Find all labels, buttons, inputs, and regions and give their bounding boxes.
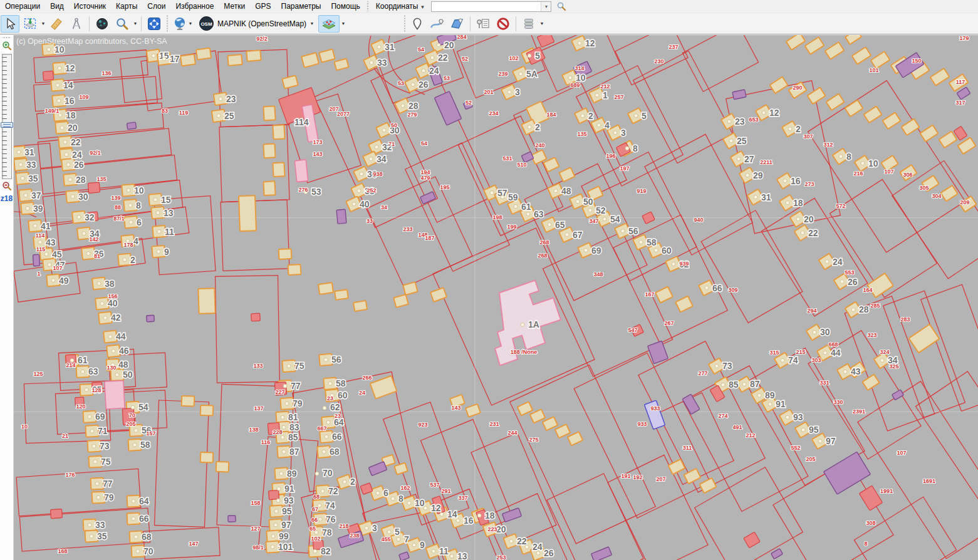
svg-text:510: 510 [517, 162, 526, 168]
svg-text:53: 53 [398, 80, 404, 86]
toolbar-grip[interactable] [367, 1, 370, 11]
menu-operations[interactable]: Операции [0, 1, 45, 12]
svg-text:1A: 1A [528, 319, 539, 329]
svg-text:44: 44 [116, 331, 126, 341]
search-go-button[interactable] [555, 1, 568, 12]
add-path-button[interactable] [428, 15, 447, 33]
map-canvas[interactable]: 1012141618202224262830323436384042444631… [14, 35, 978, 560]
globe-view-button[interactable] [93, 15, 112, 33]
cache-database-button[interactable] [519, 15, 538, 33]
svg-text:309: 309 [728, 287, 737, 293]
svg-text:142: 142 [89, 236, 98, 242]
svg-text:305: 305 [919, 185, 929, 191]
selection-dropdown-caret[interactable]: ▼ [40, 15, 46, 33]
zoom-slider-handle[interactable] [1, 122, 13, 128]
zoom-slider[interactable] [2, 54, 12, 179]
svg-text:101: 101 [869, 67, 878, 73]
menu-source[interactable]: Источник [69, 1, 111, 12]
svg-text:28: 28 [859, 304, 869, 314]
toolbar-grip[interactable] [165, 14, 169, 33]
svg-text:61: 61 [78, 355, 88, 365]
svg-text:294: 294 [807, 308, 816, 314]
svg-text:9: 9 [420, 540, 425, 550]
menu-parameters[interactable]: Параметры [276, 1, 326, 12]
add-placemark-button[interactable] [408, 15, 427, 33]
svg-text:16: 16 [464, 516, 474, 526]
svg-text:24: 24 [533, 542, 543, 552]
svg-text:10: 10 [868, 158, 878, 169]
menu-layers[interactable]: Слои [142, 1, 170, 12]
hide-placemarks-button[interactable] [494, 15, 512, 33]
sidebar-grip[interactable] [2, 36, 11, 39]
map-source-globe-button[interactable]: ▼ [170, 15, 196, 33]
svg-text:127: 127 [251, 526, 260, 532]
svg-text:10: 10 [21, 423, 28, 430]
menu-maps[interactable]: Карты [111, 1, 142, 12]
svg-text:149/1: 149/1 [45, 108, 59, 114]
svg-text:187: 187 [425, 235, 434, 241]
selection-manager-button[interactable] [21, 15, 39, 33]
layers-button[interactable] [318, 15, 340, 33]
zoom-out-button[interactable] [1, 180, 13, 192]
osm-logo-icon: OSM [199, 16, 214, 31]
svg-text:205: 205 [126, 421, 135, 427]
menu-view[interactable]: Вид [45, 1, 69, 12]
zoom-in-button[interactable] [1, 40, 13, 51]
svg-text:209: 209 [960, 199, 969, 205]
svg-text:48: 48 [561, 186, 571, 196]
svg-text:93: 93 [793, 412, 803, 422]
svg-text:552: 552 [791, 445, 800, 451]
svg-text:138: 138 [249, 427, 258, 433]
cache-dropdown-caret[interactable]: ▼ [539, 15, 545, 33]
svg-text:940: 940 [694, 217, 703, 223]
svg-text:32: 32 [85, 212, 95, 222]
menu-favorites[interactable]: Избранное [170, 1, 219, 12]
svg-text:58: 58 [140, 440, 150, 450]
menu-gps[interactable]: GPS [250, 1, 276, 12]
svg-text:63: 63 [534, 209, 544, 219]
cursor-arrow-icon [3, 17, 17, 31]
database-icon [522, 17, 536, 31]
svg-text:135: 135 [96, 176, 106, 182]
svg-text:308: 308 [866, 520, 875, 526]
active-map-caret[interactable]: ▼ [309, 15, 315, 33]
svg-text:22: 22 [808, 228, 818, 238]
distance-calc-button[interactable] [67, 15, 86, 33]
svg-text:3: 3 [372, 523, 377, 533]
svg-text:70: 70 [323, 468, 333, 478]
svg-text:48: 48 [118, 360, 128, 370]
menu-placemarks[interactable]: Метки [219, 1, 250, 12]
menu-help[interactable]: Помощь [326, 1, 365, 12]
coordinates-input[interactable] [432, 3, 541, 11]
active-map-selector[interactable]: OSM MAPNIK (OpenStreetMap) ▼ [196, 15, 318, 33]
svg-text:455: 455 [381, 536, 390, 542]
toolbar-grip[interactable] [403, 14, 406, 33]
svg-text:233: 233 [403, 226, 412, 232]
combobox-dropdown-button[interactable]: ▼ [541, 2, 551, 11]
svg-text:2: 2 [130, 255, 135, 265]
fullscreen-button[interactable] [145, 15, 164, 33]
zoom-dropdown-caret[interactable]: ▼ [132, 15, 138, 33]
block-icon [496, 17, 510, 31]
svg-text:70: 70 [143, 546, 153, 556]
add-polygon-button[interactable] [448, 15, 467, 33]
ruler-icon [49, 17, 63, 31]
svg-text:24: 24 [359, 390, 365, 396]
svg-text:303: 303 [811, 357, 821, 363]
svg-text:61: 61 [521, 202, 531, 212]
placemark-manager-button[interactable] [474, 15, 492, 33]
svg-text:20: 20 [68, 123, 78, 133]
svg-text:52: 52 [466, 100, 472, 106]
map-source-caret[interactable]: ▼ [187, 15, 194, 33]
select-cursor-button[interactable] [1, 15, 19, 33]
svg-text:62: 62 [330, 402, 340, 412]
coordinates-combobox[interactable]: ▼ [431, 1, 551, 12]
ruler-button[interactable] [47, 15, 66, 33]
layers-dropdown-caret[interactable]: ▼ [340, 15, 346, 33]
coordinates-label: Координаты [376, 2, 419, 11]
map-viewport[interactable]: 1012141618202224262830323436384042444631… [14, 35, 978, 560]
svg-text:20: 20 [444, 40, 454, 50]
zoom-tool-button[interactable] [113, 15, 132, 33]
map-labels: 1012141618202224262830323436384042444631… [17, 35, 970, 560]
coordinates-dropdown[interactable]: Координаты▼ [371, 1, 428, 12]
